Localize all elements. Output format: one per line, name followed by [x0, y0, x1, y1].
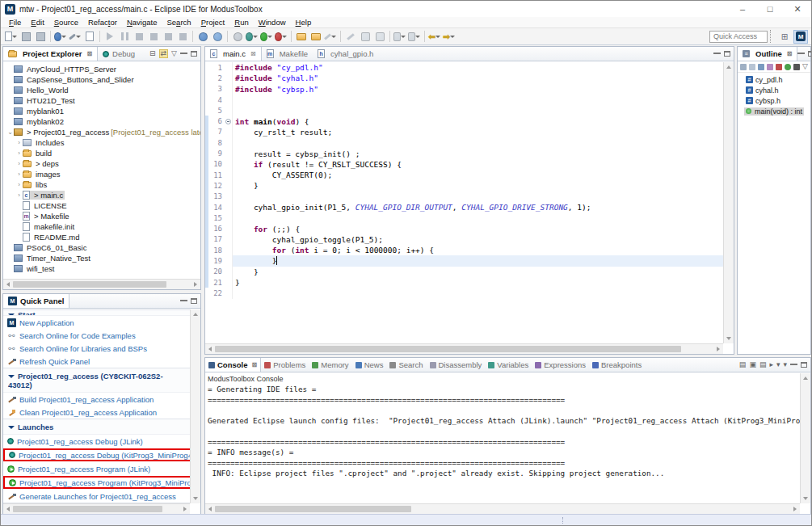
quick-panel-section-header[interactable]: Launches [3, 419, 190, 435]
run-icon[interactable] [260, 30, 273, 43]
quick-panel-link[interactable]: Build Project01_reg_access Application [3, 393, 190, 406]
maximize-view-icon[interactable] [191, 298, 197, 304]
minimize-view-icon[interactable] [713, 53, 721, 55]
tree-item[interactable]: myblank01 [3, 106, 200, 116]
outline-item[interactable]: #cyhal.h [738, 85, 810, 95]
menu-edit[interactable]: Edit [26, 18, 48, 27]
editor-tab-Makefile[interactable]: mMakefile [262, 47, 313, 61]
filter-icon[interactable] [785, 64, 791, 70]
quick-panel-vertical-scrollbar[interactable] [190, 309, 200, 503]
console-horizontal-scrollbar[interactable] [205, 503, 800, 514]
hide-static-members-icon[interactable] [758, 64, 764, 70]
import-folder-icon[interactable] [309, 30, 322, 43]
trace-icon[interactable] [211, 30, 224, 43]
word-wrap-icon[interactable]: ▤ [759, 361, 767, 368]
resume-icon[interactable] [103, 30, 116, 43]
restart-icon[interactable] [231, 30, 244, 43]
outline-item[interactable]: #cybsp.h [738, 95, 810, 106]
open-folder-icon[interactable] [295, 30, 308, 43]
search-tab[interactable]: Search [386, 358, 426, 372]
outline-item[interactable]: #cy_pdl.h [738, 74, 810, 85]
tree-item[interactable]: ›c> main.c [3, 190, 200, 200]
maximize-view-icon[interactable] [724, 51, 730, 57]
quick-panel-link[interactable]: ⚯Search Online for Code Examples [3, 329, 190, 342]
modustoolbox-perspective-icon[interactable]: M [793, 30, 808, 44]
tree-chevron-icon[interactable]: › [15, 191, 23, 199]
tree-item[interactable]: wifi_test [3, 263, 200, 274]
tree-item[interactable]: ›images [3, 169, 200, 179]
editor-tab-cyhal_gpio-h[interactable]: hcyhal_gpio.h [313, 47, 378, 61]
build-application-icon[interactable] [54, 30, 67, 43]
forward-icon[interactable]: ➡ [443, 30, 456, 43]
save-icon[interactable] [19, 30, 32, 43]
maximize-view-icon[interactable] [191, 51, 197, 57]
annotations-icon[interactable] [393, 30, 406, 43]
menu-file[interactable]: File [4, 18, 26, 27]
variables-tab[interactable]: Variables [485, 358, 532, 372]
quick-panel-link[interactable]: Project01_reg_access Program (JLink) [3, 462, 190, 475]
tree-item[interactable]: ⌄> Project01_reg_access [Project01_reg_a… [3, 127, 200, 137]
step-return-icon[interactable] [176, 30, 189, 43]
new-console-icon[interactable] [83, 30, 96, 43]
menu-refactor[interactable]: Refactor [83, 18, 122, 27]
editor-tab-main-c[interactable]: cmain.c⊠ [205, 47, 262, 61]
tree-chevron-icon[interactable]: › [15, 160, 23, 167]
tree-item[interactable]: ›Includes [3, 137, 200, 148]
console-output[interactable]: ModusToolbox Console = Generating IDE fi… [205, 373, 800, 503]
save-all-icon[interactable] [34, 30, 47, 43]
minimize-button[interactable]: – [729, 1, 756, 17]
tree-chevron-icon[interactable]: › [15, 139, 23, 146]
tree-item[interactable]: m> Makefile [3, 211, 200, 221]
tab-project-explorer[interactable]: Project Explorer⊠ [3, 47, 98, 61]
menu-run[interactable]: Run [229, 18, 253, 27]
tree-item[interactable]: README.md [3, 232, 200, 242]
quick-panel-link[interactable]: MNew Application [3, 316, 190, 329]
tree-item[interactable]: ›build [3, 148, 200, 158]
problems-tab[interactable]: Problems [261, 358, 309, 372]
explorer-horizontal-scrollbar[interactable] [3, 279, 200, 289]
open-perspective-icon[interactable]: ⊞ [777, 30, 792, 44]
close-button[interactable]: ✕ [784, 1, 811, 17]
tree-item[interactable]: LICENSE [3, 200, 200, 211]
scroll-lock-icon[interactable]: ▣ [749, 361, 756, 368]
minimize-view-icon[interactable] [797, 53, 805, 55]
tree-item[interactable]: myblank02 [3, 116, 200, 127]
view-menu-icon[interactable]: ▽ [171, 50, 177, 57]
tree-item[interactable]: ›> deps [3, 158, 200, 169]
maximize-view-icon[interactable] [808, 51, 812, 57]
display-selected-console-icon[interactable]: ▾ [776, 361, 780, 368]
debug-icon[interactable] [246, 30, 259, 43]
menu-window[interactable]: Window [254, 18, 291, 27]
suspend-icon[interactable] [118, 30, 131, 43]
editor-horizontal-scrollbar[interactable] [205, 343, 723, 354]
tree-item[interactable]: CapSense_Buttons_and_Slider [3, 74, 200, 85]
menu-navigate[interactable]: Navigate [122, 18, 162, 27]
quick-panel-link-highlighted[interactable]: Project01_reg_access Debug (KitProg3_Min… [3, 448, 190, 461]
quick-panel-link[interactable]: Generate Launches for Project01_reg_acce… [3, 490, 190, 503]
outline-item[interactable]: main(void) : int [738, 106, 810, 116]
quick-panel-horizontal-scrollbar[interactable] [3, 503, 190, 514]
tree-item[interactable]: Timer_Native_Test [3, 253, 200, 263]
tree-chevron-icon[interactable]: › [15, 149, 23, 157]
feather-icon[interactable] [324, 30, 337, 43]
tab-quick-panel[interactable]: M Quick Panel [3, 294, 69, 308]
link-icon[interactable] [793, 64, 800, 70]
quick-panel-link[interactable]: Project01_reg_access Debug (JLink) [3, 435, 190, 448]
quick-panel-link-highlighted[interactable]: Project01_reg_access Program (KitProg3_M… [3, 476, 190, 489]
quick-panel-link[interactable]: Clean Project01_reg_access Application [3, 406, 190, 419]
news-tab[interactable]: News [352, 358, 387, 372]
back-icon[interactable]: ⬅ [428, 30, 441, 43]
tree-item[interactable]: AnyCloud_HTTPS_Server [3, 64, 200, 74]
breakpoints-tab[interactable]: Breakpoints [589, 358, 645, 372]
tree-item[interactable]: PSoC6_01_Basic [3, 242, 200, 253]
minimize-view-icon[interactable] [790, 364, 797, 366]
console-tab[interactable]: Console⊠ [205, 358, 261, 372]
mark-occurrences-icon[interactable] [359, 30, 372, 43]
tab-outline[interactable]: ≡ Outline⊠ [738, 47, 797, 61]
tree-chevron-icon[interactable]: › [15, 181, 23, 188]
hide-fields-icon[interactable] [749, 64, 755, 70]
external-tools-icon[interactable] [69, 30, 82, 43]
maximize-view-icon[interactable] [801, 362, 807, 368]
open-console-icon[interactable]: ▾ [783, 361, 787, 368]
maximize-button[interactable]: □ [756, 1, 784, 17]
